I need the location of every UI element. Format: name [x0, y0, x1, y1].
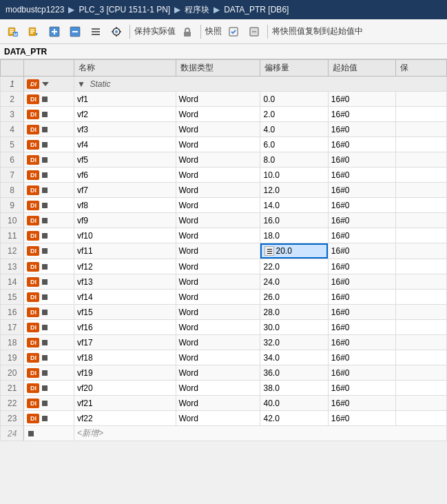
offset-cell[interactable]: 36.0	[260, 365, 328, 381]
table-row[interactable]: 4 DI vf3 Word 4.0 16#0	[1, 122, 447, 137]
toolbar-btn-monitor[interactable]	[107, 23, 125, 41]
table-row[interactable]: 11 DI vf10 Word 18.0 16#0	[1, 228, 447, 243]
type-cell[interactable]: Word	[176, 137, 260, 152]
type-cell[interactable]: Word	[176, 305, 260, 320]
type-cell[interactable]: Word	[176, 320, 260, 335]
offset-cell[interactable]: 12.0	[260, 183, 328, 198]
init-cell[interactable]: 16#0	[328, 350, 395, 365]
init-cell[interactable]: 16#0	[328, 168, 395, 183]
table-row[interactable]: 22 DI vf21 Word 40.0 16#0	[1, 396, 447, 411]
offset-cell[interactable]: 28.0	[260, 305, 328, 320]
type-cell[interactable]: Word	[176, 243, 260, 259]
init-cell[interactable]: 16#0	[328, 365, 395, 381]
type-cell[interactable]: Word	[176, 183, 260, 198]
table-row[interactable]: 15 DI vf14 Word 26.0 16#0	[1, 290, 447, 305]
type-cell[interactable]: Word	[176, 411, 260, 426]
name-cell[interactable]: vf3	[74, 122, 176, 137]
offset-cell[interactable]: 24.0	[260, 274, 328, 290]
name-cell[interactable]: vf10	[74, 228, 176, 243]
table-row[interactable]: 24 <新增>	[1, 426, 447, 441]
offset-cell[interactable]: 10.0	[260, 168, 328, 183]
type-cell[interactable]: Word	[176, 107, 260, 122]
type-cell[interactable]: Word	[176, 152, 260, 168]
init-cell[interactable]: 16#0	[328, 305, 395, 320]
offset-cell[interactable]: 4.0	[260, 122, 328, 137]
init-cell[interactable]: 16#0	[328, 274, 395, 290]
name-cell[interactable]: vf7	[74, 183, 176, 198]
init-cell[interactable]: 16#0	[328, 137, 395, 152]
type-cell[interactable]: Word	[176, 168, 260, 183]
type-cell[interactable]: Word	[176, 228, 260, 243]
offset-cell[interactable]: 26.0	[260, 290, 328, 305]
name-cell[interactable]: vf8	[74, 198, 176, 213]
table-row[interactable]: 14 DI vf13 Word 24.0 16#0	[1, 274, 447, 290]
table-row[interactable]: 5 DI vf4 Word 6.0 16#0	[1, 137, 447, 152]
toolbar-btn-3[interactable]	[45, 23, 63, 41]
name-cell[interactable]: vf15	[74, 305, 176, 320]
name-cell[interactable]: vf16	[74, 320, 176, 335]
name-cell[interactable]: vf12	[74, 259, 176, 274]
table-row[interactable]: 2 DI vf1 Word 0.0 16#0	[1, 92, 447, 107]
type-cell[interactable]: Word	[176, 274, 260, 290]
name-cell[interactable]: vf5	[74, 152, 176, 168]
table-row[interactable]: 10 DI vf9 Word 16.0 16#0	[1, 213, 447, 228]
init-cell[interactable]: 16#0	[328, 243, 395, 259]
offset-cell[interactable]: 0.0	[260, 92, 328, 107]
type-cell[interactable]: Word	[176, 290, 260, 305]
name-cell[interactable]: vf2	[74, 107, 176, 122]
expand-icon[interactable]	[42, 82, 49, 86]
offset-cell[interactable]: 32.0	[260, 335, 328, 350]
init-cell[interactable]: 16#0	[328, 290, 395, 305]
table-row[interactable]: 9 DI vf8 Word 14.0 16#0	[1, 198, 447, 213]
table-row[interactable]: 16 DI vf15 Word 28.0 16#0	[1, 305, 447, 320]
table-row[interactable]: 7 DI vf6 Word 10.0 16#0	[1, 168, 447, 183]
type-cell[interactable]: Word	[176, 381, 260, 396]
type-cell[interactable]: Word	[176, 213, 260, 228]
table-row[interactable]: 8 DI vf7 Word 12.0 16#0	[1, 183, 447, 198]
offset-cell[interactable]: 22.0	[260, 259, 328, 274]
table-row[interactable]: 17 DI vf16 Word 30.0 16#0	[1, 320, 447, 335]
table-row[interactable]: 19 DI vf18 Word 34.0 16#0	[1, 350, 447, 365]
offset-cell[interactable]: 30.0	[260, 320, 328, 335]
table-row[interactable]: 21 DI vf20 Word 38.0 16#0	[1, 381, 447, 396]
toolbar-btn-list[interactable]	[87, 23, 105, 41]
name-cell[interactable]: vf9	[74, 213, 176, 228]
offset-cell[interactable]: 14.0	[260, 198, 328, 213]
table-row[interactable]: 20 DI vf19 Word 36.0 16#0	[1, 365, 447, 381]
type-cell[interactable]: Word	[176, 122, 260, 137]
init-cell[interactable]: 16#0	[328, 92, 395, 107]
type-cell[interactable]: Word	[176, 259, 260, 274]
table-row[interactable]: 3 DI vf2 Word 2.0 16#0	[1, 107, 447, 122]
offset-cell[interactable]: 18.0	[260, 228, 328, 243]
offset-cell[interactable]: 40.0	[260, 396, 328, 411]
offset-cell[interactable]: 16.0	[260, 213, 328, 228]
toolbar-btn-2[interactable]	[25, 23, 43, 41]
table-container[interactable]: 名称 数据类型 偏移量 起始值 保 1 DI ▼ Static 2 DI	[0, 59, 447, 504]
table-row[interactable]: 23 DI vf22 Word 42.0 16#0	[1, 411, 447, 426]
name-cell[interactable]: vf18	[74, 350, 176, 365]
table-row[interactable]: 12 DI vf11 Word ☰ 20.0 16#0	[1, 243, 447, 259]
toolbar-btn-snap2[interactable]	[245, 23, 263, 41]
type-cell[interactable]: Word	[176, 335, 260, 350]
table-row[interactable]: 13 DI vf12 Word 22.0 16#0	[1, 259, 447, 274]
name-cell[interactable]: vf22	[74, 411, 176, 426]
offset-cell[interactable]: 2.0	[260, 107, 328, 122]
name-cell[interactable]: vf6	[74, 168, 176, 183]
name-cell[interactable]: vf21	[74, 396, 176, 411]
init-cell[interactable]: 16#0	[328, 122, 395, 137]
init-cell[interactable]: 16#0	[328, 152, 395, 168]
toolbar-btn-lock[interactable]	[178, 23, 196, 41]
init-cell[interactable]: 16#0	[328, 396, 395, 411]
init-cell[interactable]: 16#0	[328, 259, 395, 274]
init-cell[interactable]: 16#0	[328, 107, 395, 122]
add-label[interactable]: <新增>	[74, 426, 446, 441]
offset-cell[interactable]: 42.0	[260, 411, 328, 426]
type-cell[interactable]: Word	[176, 396, 260, 411]
init-cell[interactable]: 16#0	[328, 381, 395, 396]
offset-cell[interactable]: 38.0	[260, 381, 328, 396]
name-cell[interactable]: vf13	[74, 274, 176, 290]
init-cell[interactable]: 16#0	[328, 335, 395, 350]
table-row[interactable]: 1 DI ▼ Static	[1, 77, 447, 92]
init-cell[interactable]: 16#0	[328, 411, 395, 426]
offset-cell[interactable]: ☰ 20.0	[260, 243, 327, 259]
